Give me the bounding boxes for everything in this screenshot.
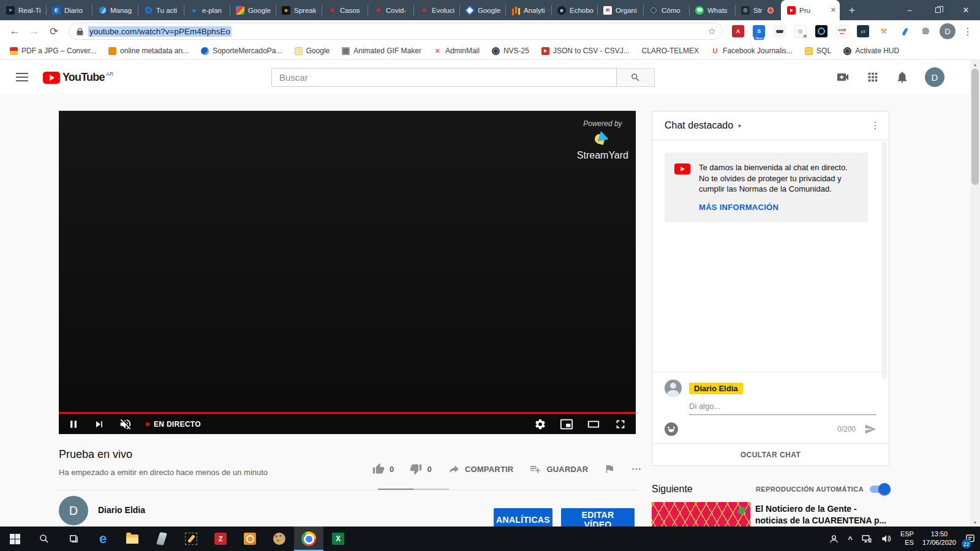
back-button[interactable]: ← — [6, 23, 23, 40]
search-input[interactable]: Buscar — [271, 68, 617, 87]
bookmark-nvs25[interactable]: NVS-25 — [492, 47, 529, 55]
apps-grid-icon[interactable] — [866, 70, 880, 84]
browser-tab-google2[interactable]: Google — [459, 0, 505, 20]
new-tab-button[interactable]: + — [843, 2, 861, 19]
file-explorer-taskbar-icon[interactable] — [118, 527, 147, 551]
channel-avatar[interactable]: D — [59, 496, 88, 525]
bookmark-json-to-csv[interactable]: JSON to CSV - CSVJ... — [541, 47, 630, 55]
mask-extension-icon[interactable] — [774, 25, 786, 37]
bookmark-soporte-mercadopago[interactable]: SoporteMercadoPa... — [201, 47, 282, 55]
browser-tab-google1[interactable]: Google — [230, 0, 276, 20]
search-button[interactable] — [617, 68, 655, 87]
analytics-button[interactable]: ANALÍTICAS — [494, 508, 552, 527]
bookmark-pdf-a-jpg[interactable]: PDF a JPG – Conver... — [10, 47, 96, 55]
chat-menu-icon[interactable]: ⋮ — [868, 120, 883, 131]
excel-taskbar-icon[interactable]: X — [323, 527, 353, 551]
theater-mode-icon[interactable] — [587, 418, 600, 431]
reload-button[interactable]: ⟳ — [45, 23, 62, 40]
ct-extension-icon[interactable] — [857, 25, 869, 37]
edge-taskbar-icon[interactable]: e — [88, 527, 118, 551]
window-minimize-button[interactable]: – — [895, 0, 924, 20]
browser-tab-eplanning[interactable]: e-plan — [184, 0, 230, 20]
browser-tab-analytics[interactable]: Analyti — [505, 0, 551, 20]
fullscreen-icon[interactable] — [614, 418, 627, 431]
bookmark-activate-hud[interactable]: Activate HUD — [843, 47, 899, 55]
bookmark-facebook-journalism[interactable]: Facebook Journalis... — [711, 47, 793, 55]
browser-tab-echobox[interactable]: Echobo — [551, 0, 597, 20]
feather-extension-icon[interactable] — [899, 25, 911, 37]
bookmark-google[interactable]: Google — [295, 47, 330, 55]
channel-name[interactable]: Diario Eldia — [98, 505, 145, 515]
emoji-icon[interactable] — [665, 422, 678, 436]
chat-scrollbar[interactable] — [882, 141, 887, 379]
scrollbar-down-icon[interactable]: ▼ — [970, 518, 980, 527]
browser-tab-active-youtube[interactable]: Pru✕ — [781, 0, 840, 20]
more-info-link[interactable]: MÁS INFORMACIÓN — [699, 203, 778, 212]
pause-button[interactable] — [67, 418, 80, 430]
create-video-icon[interactable] — [835, 70, 850, 84]
forward-button[interactable]: → — [26, 23, 43, 40]
page-scrollbar[interactable]: ▲ ▼ — [970, 60, 980, 527]
show-hidden-icons-button[interactable]: ^ — [843, 527, 857, 551]
bookmark-online-metadata[interactable]: online metadata an... — [108, 47, 189, 55]
your-phone-taskbar-icon[interactable] — [147, 527, 176, 551]
browser-tab-como[interactable]: Cómo — [643, 0, 689, 20]
browser-tab-whatsapp[interactable]: Whats — [689, 0, 735, 20]
browser-tab-streamyard[interactable]: Str — [735, 0, 781, 20]
video-player[interactable]: Powered by StreamYard EN DIRECTO — [59, 111, 636, 434]
like-button[interactable]: 0 — [372, 463, 394, 475]
autoplay-toggle[interactable] — [870, 485, 889, 493]
more-actions-button[interactable] — [631, 463, 642, 474]
network-tray-icon[interactable] — [857, 527, 876, 551]
task-view-button[interactable] — [59, 527, 88, 551]
action-center-button[interactable]: 22 — [960, 527, 980, 551]
browser-tab-manage[interactable]: Manag — [92, 0, 138, 20]
volume-tray-icon[interactable] — [876, 527, 896, 551]
people-tray-icon[interactable] — [824, 527, 843, 551]
window-close-button[interactable]: ✕ — [952, 0, 980, 20]
start-button[interactable] — [0, 527, 29, 551]
miniplayer-icon[interactable] — [560, 418, 573, 431]
chat-mode-selector[interactable]: Chat destacado — [665, 120, 733, 131]
scrollbar-thumb[interactable] — [971, 69, 979, 185]
browser-tab-evolucion[interactable]: Evoluci — [413, 0, 459, 20]
snipping-tool-taskbar-icon[interactable] — [176, 527, 206, 551]
settings-gear-icon[interactable] — [534, 418, 546, 430]
bookmark-claro-telmex[interactable]: CLARO-TELMEX — [642, 47, 699, 55]
notifications-bell-icon[interactable] — [895, 70, 909, 84]
invid-extension-icon[interactable] — [836, 25, 848, 37]
account-avatar[interactable]: D — [925, 67, 944, 87]
bookmark-adminmail[interactable]: AdminMail — [434, 47, 480, 55]
js-gear-extension-icon[interactable] — [794, 25, 807, 37]
chrome-taskbar-icon[interactable] — [294, 527, 323, 551]
language-indicator[interactable]: ESP ES — [896, 527, 918, 551]
save-button[interactable]: GUARDAR — [529, 463, 588, 475]
bookmark-gif-maker[interactable]: Animated GIF Maker — [342, 47, 421, 55]
new-s-extension-icon[interactable] — [753, 25, 765, 37]
next-video-item[interactable]: El Noticiero de la Gente - noticias de l… — [652, 502, 889, 527]
volume-muted-icon[interactable] — [119, 418, 132, 431]
share-button[interactable]: COMPARTIR — [448, 463, 514, 475]
edit-video-button[interactable]: EDITAR VÍDEO — [561, 508, 635, 527]
pdf-app-taskbar-icon[interactable]: Z — [206, 527, 235, 551]
hide-chat-button[interactable]: OCULTAR CHAT — [741, 451, 801, 459]
browser-menu-icon[interactable]: ⋮ — [960, 26, 975, 37]
scrollbar-up-icon[interactable]: ▲ — [970, 60, 980, 69]
window-restore-button[interactable] — [924, 0, 952, 20]
send-icon[interactable] — [864, 423, 876, 435]
url-text[interactable]: youtube.com/watch?v=pPEm4BphsEo — [88, 26, 232, 37]
hammer-extension-icon[interactable] — [878, 25, 890, 37]
browser-tab-covid[interactable]: Covid- — [368, 0, 413, 20]
bookmark-star-icon[interactable]: ☆ — [708, 26, 716, 37]
browser-tab-spreaker[interactable]: Spreak — [276, 0, 322, 20]
browser-tab-diario[interactable]: Diario — [46, 0, 92, 20]
extensions-puzzle-icon[interactable] — [919, 25, 932, 37]
clock-indicator[interactable]: 13:50 17/06/2020 — [918, 527, 960, 551]
hamburger-menu-icon[interactable] — [16, 73, 28, 81]
browser-tab-activity[interactable]: Tu acti — [138, 0, 184, 20]
report-flag-button[interactable] — [604, 463, 615, 474]
taskbar-search-button[interactable] — [29, 527, 59, 551]
browser-tab-casos[interactable]: Casos — [322, 0, 368, 20]
chevron-down-icon[interactable]: ▾ — [738, 122, 741, 129]
tab-close-icon[interactable]: ✕ — [831, 6, 836, 14]
